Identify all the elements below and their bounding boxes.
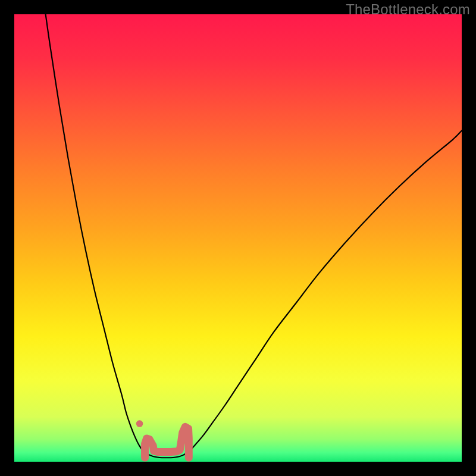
gradient-background [14,14,462,462]
bottleneck-curve-chart [14,14,462,462]
chart-frame [14,14,462,462]
watermark: TheBottleneck.com [346,1,470,18]
marker-pink-dot [136,420,143,427]
